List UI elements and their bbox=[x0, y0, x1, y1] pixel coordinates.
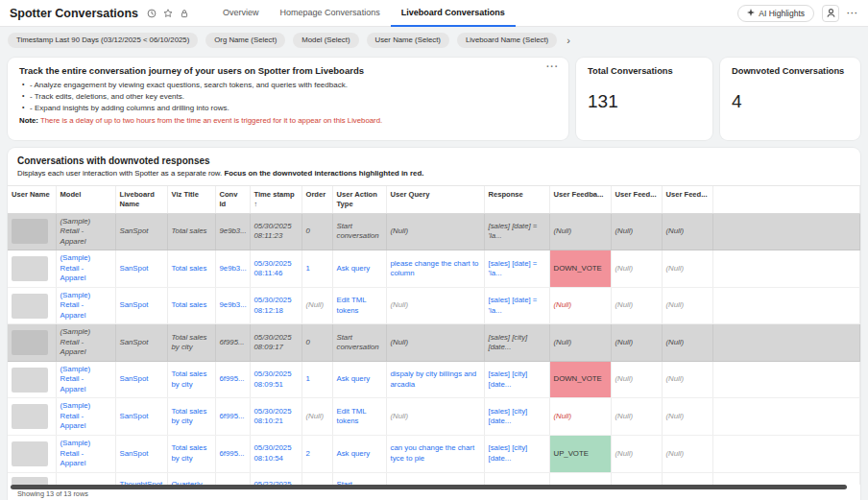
cell-user-action-type[interactable]: Ask query bbox=[332, 361, 386, 398]
table-row[interactable]: (Sample) Retail - ApparelSanSpotTotal sa… bbox=[8, 250, 860, 288]
cell-user-feedback-2[interactable]: (Null) bbox=[611, 436, 662, 473]
cell-timestamp[interactable]: 05/30/202508:12:18 bbox=[250, 287, 301, 324]
cell-response[interactable]: [sales] [city] [date... bbox=[484, 324, 549, 362]
cell-user-feedback[interactable]: (Null) bbox=[549, 472, 611, 485]
col-user-feedback-2[interactable]: User Feed... bbox=[611, 186, 662, 213]
cell-user-feedback[interactable]: (Null) bbox=[549, 287, 611, 324]
cell-user-name[interactable] bbox=[8, 361, 56, 398]
filter-chip-user-name[interactable]: User Name (Select) bbox=[367, 33, 449, 48]
table-row[interactable]: (Sample) Retail - ApparelSanSpotTotal sa… bbox=[8, 436, 860, 473]
cell-viz-title[interactable]: Total sales bbox=[167, 250, 215, 288]
cell-user-action-type[interactable]: Start conversation bbox=[332, 213, 386, 250]
cell-filler[interactable] bbox=[712, 361, 860, 398]
col-model[interactable]: Model bbox=[56, 186, 115, 213]
cell-user-feedback[interactable]: (Null) bbox=[549, 324, 611, 362]
table-row[interactable]: (Sample) Retail - ApparelSanSpotTotal sa… bbox=[8, 287, 860, 324]
cell-response[interactable]: [sales] [date] = 'la... bbox=[484, 213, 549, 250]
favorite-star-icon[interactable] bbox=[163, 9, 173, 18]
cell-conv-id[interactable]: 6f995... bbox=[215, 361, 250, 398]
cell-timestamp[interactable]: 05/30/202508:10:21 bbox=[250, 398, 301, 436]
cell-user-feedback-2[interactable]: (Null) bbox=[611, 324, 662, 362]
ai-highlights-button[interactable]: AI Highlights bbox=[737, 5, 814, 22]
more-options-button[interactable]: ··· bbox=[847, 9, 858, 18]
cell-response[interactable]: [sales] [date] = 'la... bbox=[484, 287, 549, 324]
cell-user-name[interactable] bbox=[8, 472, 56, 485]
table-row[interactable]: (Sample) Retail - ApparelSanSpotTotal sa… bbox=[8, 398, 860, 436]
cell-order[interactable]: 2 bbox=[301, 436, 332, 473]
info-card-more-button[interactable]: ··· bbox=[546, 61, 559, 72]
filter-chip-liveboard-name[interactable]: Liveboard Name (Select) bbox=[457, 33, 557, 48]
cell-user-feedback[interactable]: DOWN_VOTE bbox=[549, 361, 611, 398]
cell-user-feedback-3[interactable]: (Null) bbox=[662, 472, 712, 485]
cell-order[interactable]: 1 bbox=[301, 361, 332, 398]
cell-order[interactable]: 0 bbox=[301, 324, 332, 362]
cell-response[interactable]: [sales] [city] [date... bbox=[484, 398, 549, 436]
cell-user-feedback-2[interactable]: (Null) bbox=[611, 250, 662, 288]
cell-model[interactable]: (Sample) Retail - Apparel bbox=[56, 361, 115, 398]
cell-order[interactable]: 0 bbox=[301, 213, 332, 250]
col-viz-title[interactable]: Viz Title bbox=[167, 186, 215, 213]
col-user-query[interactable]: User Query bbox=[386, 186, 484, 213]
cell-filler[interactable] bbox=[712, 436, 860, 473]
cell-viz-title[interactable]: Total sales by city bbox=[167, 436, 215, 473]
cell-user-action-type[interactable]: Ask query bbox=[332, 436, 386, 473]
cell-viz-title[interactable]: Quarterly Revenue bbox=[167, 472, 215, 485]
table-row[interactable]: (Sample) Retail - ApparelSanSpotTotal sa… bbox=[8, 213, 860, 250]
col-order[interactable]: Order bbox=[301, 186, 332, 213]
tab-homepage-conversations[interactable]: Homepage Conversations bbox=[270, 0, 391, 27]
cell-user-query[interactable]: dispaly by city billings and arcadia bbox=[386, 361, 484, 398]
cell-model[interactable]: (Sample) Retail - Apparel bbox=[56, 213, 115, 250]
schedule-icon[interactable] bbox=[147, 9, 157, 18]
cell-order[interactable]: (Null) bbox=[301, 398, 332, 436]
cell-liveboard-name[interactable]: SanSpot bbox=[115, 213, 167, 250]
cell-user-action-type[interactable]: Ask query bbox=[332, 250, 386, 288]
cell-response[interactable]: [sales] [date] = 'la... bbox=[484, 250, 549, 288]
cell-viz-title[interactable]: Total sales by city bbox=[167, 324, 215, 362]
cell-model[interactable]: (Null) bbox=[56, 472, 115, 485]
cell-liveboard-name[interactable]: SanSpot bbox=[115, 361, 167, 398]
cell-liveboard-name[interactable]: SanSpot bbox=[115, 436, 167, 473]
lock-icon[interactable] bbox=[180, 9, 189, 18]
cell-user-feedback-3[interactable]: (Null) bbox=[662, 250, 712, 288]
cell-user-query[interactable]: can you change the chart tyce to pie bbox=[386, 436, 484, 473]
table-row[interactable]: (Sample) Retail - ApparelSanSpotTotal sa… bbox=[8, 324, 860, 362]
cell-user-name[interactable] bbox=[8, 287, 56, 324]
col-conv-id[interactable]: Conv Id bbox=[215, 186, 250, 213]
cell-conv-id[interactable]: 9e9b3... bbox=[215, 250, 250, 288]
col-response[interactable]: Response bbox=[484, 186, 549, 213]
tab-liveboard-conversations[interactable]: Liveboard Conversations bbox=[391, 0, 516, 27]
cell-timestamp[interactable]: 05/30/202508:09:17 bbox=[250, 324, 301, 362]
cell-conv-id[interactable]: 9e9b3... bbox=[215, 213, 250, 250]
table-row[interactable]: (Null)ThoughtSpot RevenueQuarterly Reven… bbox=[8, 472, 860, 485]
cell-timestamp[interactable]: 05/30/202508:10:54 bbox=[250, 436, 301, 473]
cell-response[interactable]: [sales] [city] [date... bbox=[484, 436, 549, 473]
cell-liveboard-name[interactable]: SanSpot bbox=[115, 324, 167, 362]
cell-user-name[interactable] bbox=[8, 250, 56, 288]
cell-user-query[interactable]: (Null) bbox=[386, 287, 484, 324]
cell-liveboard-name[interactable]: SanSpot bbox=[115, 250, 167, 288]
cell-liveboard-name[interactable]: ThoughtSpot Revenue bbox=[115, 472, 167, 485]
cell-conv-id[interactable]: Ee3f0... bbox=[215, 472, 250, 485]
sort-ascending-icon[interactable]: ↑ bbox=[254, 200, 258, 208]
cell-conv-id[interactable]: 6f995... bbox=[215, 436, 250, 473]
filter-chip-timestamp[interactable]: Timestamp Last 90 Days (03/12/2025 < 06/… bbox=[8, 33, 198, 48]
cell-viz-title[interactable]: Total sales by city bbox=[167, 361, 215, 398]
cell-user-feedback-3[interactable]: (Null) bbox=[662, 287, 712, 324]
col-user-action-type[interactable]: User Action Type bbox=[332, 186, 386, 213]
tab-overview[interactable]: Overview bbox=[212, 0, 270, 27]
cell-model[interactable]: (Sample) Retail - Apparel bbox=[56, 398, 115, 436]
cell-user-name[interactable] bbox=[8, 436, 56, 473]
cell-user-action-type[interactable]: Edit TML tokens bbox=[332, 398, 386, 436]
cell-order[interactable]: (Null) bbox=[301, 287, 332, 324]
cell-filler[interactable] bbox=[712, 398, 860, 436]
cell-filler[interactable] bbox=[712, 213, 860, 250]
cell-user-feedback[interactable]: (Null) bbox=[549, 213, 611, 250]
cell-response[interactable]: (Null) bbox=[484, 472, 549, 485]
filter-chip-model[interactable]: Model (Select) bbox=[293, 33, 358, 48]
horizontal-scrollbar-thumb[interactable] bbox=[11, 485, 847, 489]
cell-filler[interactable] bbox=[712, 250, 860, 288]
col-liveboard-name[interactable]: Liveboard Name bbox=[115, 186, 167, 213]
cell-viz-title[interactable]: Total sales by city bbox=[167, 398, 215, 436]
cell-viz-title[interactable]: Total sales bbox=[167, 213, 215, 250]
cell-user-feedback-3[interactable]: (Null) bbox=[662, 361, 712, 398]
